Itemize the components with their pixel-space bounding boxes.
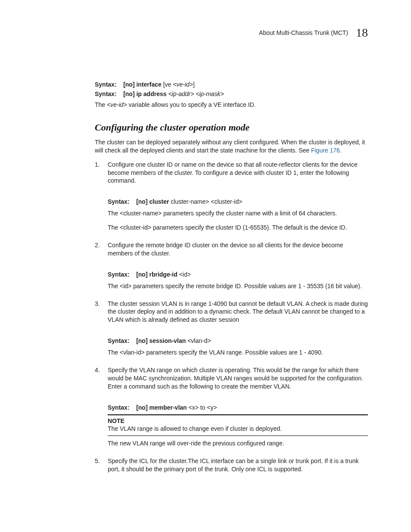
note-rule: [108, 436, 368, 436]
syntax-label: Syntax:: [95, 81, 117, 88]
text-italic: <ve-id>: [107, 101, 127, 108]
step-text: Configure one cluster ID or name on the …: [108, 161, 368, 185]
syntax-command: [no] interface: [123, 81, 162, 88]
syntax-arg: <x> to <y>: [189, 404, 217, 411]
note-block: NOTE The VLAN range is allowed to change…: [108, 414, 368, 436]
syntax-label: Syntax:: [108, 198, 130, 205]
syntax-command: [no] ip address: [123, 90, 166, 97]
note-title: NOTE: [108, 417, 368, 425]
syntax-line-interface: Syntax: [no] interface [ve <ve-id>]: [95, 81, 368, 88]
syntax-text: [ve: [163, 81, 173, 88]
syntax-command: [no] session-vlan: [136, 337, 186, 344]
step-text: Specify the VLAN range on which cluster …: [108, 366, 368, 391]
syntax-line-session-vlan: Syntax: [no] session-vlan <vlan-d>: [108, 337, 368, 345]
step-sub-text: The <cluster-id> parameters specify the …: [108, 224, 368, 232]
step-sub-text: The new VLAN range will over-ride the pr…: [108, 439, 368, 448]
header-title: About Multi-Chassis Trunk (MCT): [259, 29, 348, 36]
step-item: Specify the VLAN range on which cluster …: [95, 366, 368, 448]
step-sub-text: The <vlan-id> parameters specify the VLA…: [108, 348, 368, 357]
intro-desc: The <ve-id> variable allows you to speci…: [95, 101, 368, 109]
step-item: The cluster session VLAN is in range 1-4…: [95, 300, 368, 357]
figure-link[interactable]: Figure 176: [311, 147, 340, 154]
page-header: About Multi-Chassis Trunk (MCT) 18: [34, 26, 377, 40]
step-sub-text: The <id> parameters specify the remote b…: [108, 282, 368, 290]
syntax-arg: <vlan-d>: [187, 337, 211, 344]
step-item: Specify the ICL for the cluster.The ICL …: [95, 457, 368, 473]
syntax-command: [no] rbridge-id: [136, 271, 177, 278]
syntax-arg: cluster-name> <cluster-id>: [171, 198, 242, 205]
syntax-line-rbridge: Syntax: [no] rbridge-id <id>: [108, 271, 368, 279]
text: The: [95, 101, 107, 108]
syntax-line-ip: Syntax: [no] ip address <ip-addr> <ip-ma…: [95, 90, 368, 97]
syntax-command: [no] cluster: [136, 198, 169, 205]
steps-list: Configure one cluster ID or name on the …: [95, 161, 368, 473]
syntax-line-cluster: Syntax: [no] cluster cluster-name> <clus…: [108, 198, 368, 206]
syntax-arg: <id>: [179, 271, 191, 278]
syntax-label: Syntax:: [95, 90, 117, 97]
section-intro-para: The cluster can be deployed separately w…: [95, 138, 368, 155]
syntax-line-member-vlan: Syntax: [no] member-vlan <x> to <y>: [108, 404, 368, 412]
main-content: Syntax: [no] interface [ve <ve-id>] Synt…: [95, 81, 368, 473]
syntax-label: Syntax:: [108, 404, 130, 411]
syntax-arg: <ip-addr> <ip-mask>: [168, 90, 224, 97]
syntax-arg: <ve-id>: [173, 81, 193, 88]
text: variable allows you to specify a VE inte…: [127, 101, 256, 108]
step-text: The cluster session VLAN is in range 1-4…: [108, 300, 368, 324]
syntax-label: Syntax:: [108, 271, 130, 278]
section-title: Configuring the cluster operation mode: [95, 122, 368, 133]
text: .: [340, 147, 342, 154]
step-sub-text: The <cluster-name> parameters specify th…: [108, 209, 368, 218]
step-text: Configure the remote bridge ID cluster o…: [108, 241, 368, 258]
syntax-command: [no] member-vlan: [136, 404, 187, 411]
step-item: Configure the remote bridge ID cluster o…: [95, 241, 368, 290]
note-body: The VLAN range is allowed to change even…: [108, 425, 368, 433]
syntax-text: ]: [193, 81, 195, 88]
syntax-label: Syntax:: [108, 337, 130, 344]
chapter-number: 18: [356, 26, 368, 40]
step-text: Specify the ICL for the cluster.The ICL …: [108, 457, 368, 473]
step-item: Configure one cluster ID or name on the …: [95, 161, 368, 232]
